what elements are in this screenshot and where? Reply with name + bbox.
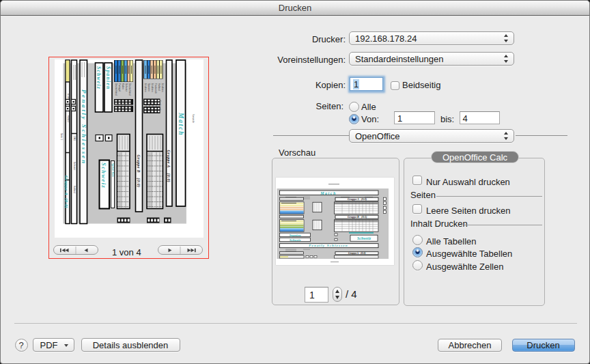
svg-text:Schweiz: Schweiz [73,162,76,170]
svg-text:Holland: Holland [158,83,160,91]
svg-text:Penatly Schiessen: Penatly Schiessen [81,89,87,165]
svg-text:Spielort Bern: Spielort Bern [111,163,114,177]
svg-text:Holand: Holand [67,115,70,122]
svg-text:B.tollrien: B.tollrien [151,83,154,92]
svg-text:Spanien: Spanien [105,66,111,90]
svg-text:Match: Match [320,191,337,195]
svg-text:Spanien: Spanien [148,83,150,92]
svg-text:Deutschland: Deutschland [128,83,131,96]
svg-text:Seite 1: Seite 1 [60,133,63,140]
svg-text:Gruppe A (0:0): Gruppe A (0:0) [166,150,171,182]
svg-text:1981: 1981 [73,136,76,141]
svg-text:Frankreich: Frankreich [154,83,157,94]
svg-text:B.tollrien: B.tollrien [161,83,164,92]
svg-text:Schweiz: Schweiz [96,66,102,89]
svg-text:Penatly Schiessen: Penatly Schiessen [309,244,348,247]
svg-text:Kalien: Kalien [122,83,124,89]
svg-text:Vorrunde: Vorrunde [192,114,195,123]
svg-text:Spanien: Spanien [289,233,300,236]
svg-text:Deutschland: Deutschland [115,83,117,96]
svg-text:Match: Match [178,112,184,136]
svg-text:Gruppe B (0:0): Gruppe B (0:0) [136,154,141,187]
svg-text:Gruppe A (0:0): Gruppe A (0:0) [64,176,69,208]
svg-text:Gruppe B (0:5): Gruppe B (0:5) [348,215,367,219]
svg-text:Portugal: Portugal [118,83,121,92]
svg-text:Holland: Holland [73,186,76,193]
svg-text:Schweiz: Schweiz [289,238,300,241]
svg-text:Gruppe A (0:0): Gruppe A (0:0) [348,252,366,255]
svg-text:Schweiz: Schweiz [100,163,107,188]
svg-text:Gruppe A (0:0): Gruppe A (0:0) [348,197,367,201]
svg-text:Schweiz: Schweiz [356,236,371,240]
svg-text:B.tollrien: B.tollrien [144,83,147,92]
svg-text:Schweiz: Schweiz [125,83,128,92]
